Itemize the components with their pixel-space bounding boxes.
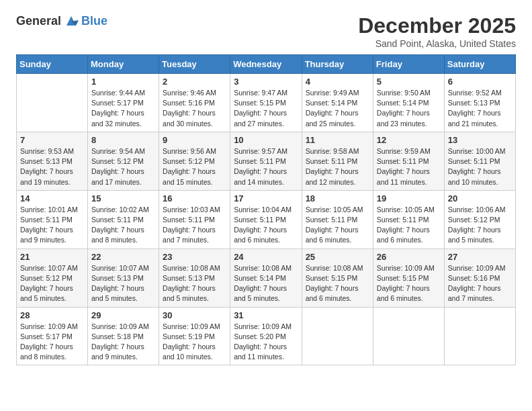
day-info: Sunrise: 10:09 AM Sunset: 5:20 PM Daylig… <box>234 322 298 363</box>
day-info: Sunrise: 9:58 AM Sunset: 5:11 PM Dayligh… <box>306 146 369 187</box>
subtitle: Sand Point, Alaska, United States <box>358 38 516 49</box>
weekday-header: Saturday <box>444 55 515 74</box>
day-number: 27 <box>448 252 512 262</box>
calendar-cell <box>373 307 444 365</box>
day-info: Sunrise: 10:01 AM Sunset: 5:11 PM Daylig… <box>20 205 84 246</box>
day-number: 4 <box>306 77 369 87</box>
day-number: 18 <box>306 193 369 203</box>
day-number: 3 <box>234 77 298 87</box>
calendar-week-row: 1Sunrise: 9:44 AM Sunset: 5:17 PM Daylig… <box>17 74 516 132</box>
day-number: 6 <box>448 77 512 87</box>
calendar-week-row: 28Sunrise: 10:09 AM Sunset: 5:17 PM Dayl… <box>17 307 516 365</box>
day-info: Sunrise: 9:56 AM Sunset: 5:12 PM Dayligh… <box>163 146 226 187</box>
calendar-cell <box>302 307 373 365</box>
day-info: Sunrise: 10:04 AM Sunset: 5:11 PM Daylig… <box>234 205 298 246</box>
calendar-cell: 29Sunrise: 10:09 AM Sunset: 5:18 PM Dayl… <box>88 307 159 365</box>
calendar-cell: 13Sunrise: 10:00 AM Sunset: 5:11 PM Dayl… <box>444 132 515 190</box>
calendar-cell: 19Sunrise: 10:05 AM Sunset: 5:11 PM Dayl… <box>373 190 444 248</box>
calendar-cell: 16Sunrise: 10:03 AM Sunset: 5:11 PM Dayl… <box>159 190 230 248</box>
calendar-cell: 26Sunrise: 10:09 AM Sunset: 5:15 PM Dayl… <box>373 248 444 307</box>
day-number: 8 <box>91 135 155 145</box>
day-info: Sunrise: 9:50 AM Sunset: 5:14 PM Dayligh… <box>377 88 441 129</box>
day-info: Sunrise: 9:47 AM Sunset: 5:15 PM Dayligh… <box>234 88 298 129</box>
day-info: Sunrise: 9:53 AM Sunset: 5:13 PM Dayligh… <box>20 146 84 187</box>
day-number: 7 <box>20 135 84 145</box>
day-info: Sunrise: 10:09 AM Sunset: 5:16 PM Daylig… <box>448 263 512 304</box>
day-number: 20 <box>448 193 512 203</box>
day-number: 23 <box>163 252 226 262</box>
calendar-cell: 7Sunrise: 9:53 AM Sunset: 5:13 PM Daylig… <box>17 132 88 190</box>
day-number: 13 <box>448 135 512 145</box>
calendar-cell: 18Sunrise: 10:05 AM Sunset: 5:11 PM Dayl… <box>302 190 373 248</box>
day-number: 26 <box>377 252 441 262</box>
calendar-cell: 8Sunrise: 9:54 AM Sunset: 5:12 PM Daylig… <box>88 132 159 190</box>
weekday-header-row: SundayMondayTuesdayWednesdayThursdayFrid… <box>17 55 516 74</box>
calendar-cell: 24Sunrise: 10:08 AM Sunset: 5:14 PM Dayl… <box>230 248 302 307</box>
calendar: SundayMondayTuesdayWednesdayThursdayFrid… <box>16 54 516 365</box>
calendar-cell: 6Sunrise: 9:52 AM Sunset: 5:13 PM Daylig… <box>444 74 515 132</box>
day-number: 31 <box>234 310 298 320</box>
weekday-header: Thursday <box>302 55 373 74</box>
day-number: 30 <box>163 310 226 320</box>
day-info: Sunrise: 10:09 AM Sunset: 5:15 PM Daylig… <box>377 263 441 304</box>
calendar-cell: 3Sunrise: 9:47 AM Sunset: 5:15 PM Daylig… <box>230 74 302 132</box>
calendar-week-row: 21Sunrise: 10:07 AM Sunset: 5:12 PM Dayl… <box>17 248 516 307</box>
calendar-cell: 2Sunrise: 9:46 AM Sunset: 5:16 PM Daylig… <box>159 74 230 132</box>
day-info: Sunrise: 9:52 AM Sunset: 5:13 PM Dayligh… <box>448 88 512 129</box>
day-number: 21 <box>20 252 84 262</box>
day-info: Sunrise: 10:09 AM Sunset: 5:18 PM Daylig… <box>91 322 155 363</box>
logo-general: General <box>16 14 61 28</box>
calendar-cell: 10Sunrise: 9:57 AM Sunset: 5:11 PM Dayli… <box>230 132 302 190</box>
calendar-cell: 12Sunrise: 9:59 AM Sunset: 5:11 PM Dayli… <box>373 132 444 190</box>
calendar-cell: 31Sunrise: 10:09 AM Sunset: 5:20 PM Dayl… <box>230 307 302 365</box>
calendar-week-row: 14Sunrise: 10:01 AM Sunset: 5:11 PM Dayl… <box>17 190 516 248</box>
day-number: 14 <box>20 193 84 203</box>
day-number: 12 <box>377 135 441 145</box>
calendar-cell: 17Sunrise: 10:04 AM Sunset: 5:11 PM Dayl… <box>230 190 302 248</box>
calendar-cell: 11Sunrise: 9:58 AM Sunset: 5:11 PM Dayli… <box>302 132 373 190</box>
day-number: 15 <box>91 193 155 203</box>
weekday-header: Monday <box>88 55 159 74</box>
page-header: General Blue December 2025 Sand Point, A… <box>16 13 516 49</box>
logo-icon <box>64 13 79 28</box>
logo: General Blue <box>16 13 107 28</box>
calendar-cell: 5Sunrise: 9:50 AM Sunset: 5:14 PM Daylig… <box>373 74 444 132</box>
calendar-cell: 22Sunrise: 10:07 AM Sunset: 5:13 PM Dayl… <box>88 248 159 307</box>
calendar-cell: 28Sunrise: 10:09 AM Sunset: 5:17 PM Dayl… <box>17 307 88 365</box>
calendar-cell: 30Sunrise: 10:09 AM Sunset: 5:19 PM Dayl… <box>159 307 230 365</box>
calendar-cell <box>444 307 515 365</box>
calendar-cell: 20Sunrise: 10:06 AM Sunset: 5:12 PM Dayl… <box>444 190 515 248</box>
day-number: 29 <box>91 310 155 320</box>
weekday-header: Friday <box>373 55 444 74</box>
day-info: Sunrise: 9:54 AM Sunset: 5:12 PM Dayligh… <box>91 146 155 187</box>
day-info: Sunrise: 9:46 AM Sunset: 5:16 PM Dayligh… <box>163 88 226 129</box>
day-number: 16 <box>163 193 226 203</box>
day-number: 2 <box>163 77 226 87</box>
day-info: Sunrise: 9:44 AM Sunset: 5:17 PM Dayligh… <box>91 88 155 129</box>
calendar-cell <box>17 74 88 132</box>
main-title: December 2025 <box>358 13 516 38</box>
day-info: Sunrise: 10:08 AM Sunset: 5:14 PM Daylig… <box>234 263 298 304</box>
calendar-cell: 27Sunrise: 10:09 AM Sunset: 5:16 PM Dayl… <box>444 248 515 307</box>
calendar-cell: 14Sunrise: 10:01 AM Sunset: 5:11 PM Dayl… <box>17 190 88 248</box>
day-info: Sunrise: 10:07 AM Sunset: 5:13 PM Daylig… <box>91 263 155 304</box>
day-number: 1 <box>91 77 155 87</box>
day-info: Sunrise: 10:08 AM Sunset: 5:13 PM Daylig… <box>163 263 226 304</box>
calendar-cell: 21Sunrise: 10:07 AM Sunset: 5:12 PM Dayl… <box>17 248 88 307</box>
calendar-cell: 23Sunrise: 10:08 AM Sunset: 5:13 PM Dayl… <box>159 248 230 307</box>
calendar-week-row: 7Sunrise: 9:53 AM Sunset: 5:13 PM Daylig… <box>17 132 516 190</box>
calendar-cell: 1Sunrise: 9:44 AM Sunset: 5:17 PM Daylig… <box>88 74 159 132</box>
weekday-header: Sunday <box>17 55 88 74</box>
logo-blue: Blue <box>81 14 107 28</box>
weekday-header: Tuesday <box>159 55 230 74</box>
day-info: Sunrise: 10:06 AM Sunset: 5:12 PM Daylig… <box>448 205 512 246</box>
day-number: 19 <box>377 193 441 203</box>
weekday-header: Wednesday <box>230 55 302 74</box>
day-info: Sunrise: 10:09 AM Sunset: 5:19 PM Daylig… <box>163 322 226 363</box>
day-info: Sunrise: 10:03 AM Sunset: 5:11 PM Daylig… <box>163 205 226 246</box>
day-number: 22 <box>91 252 155 262</box>
day-number: 24 <box>234 252 298 262</box>
calendar-cell: 15Sunrise: 10:02 AM Sunset: 5:11 PM Dayl… <box>88 190 159 248</box>
day-info: Sunrise: 10:05 AM Sunset: 5:11 PM Daylig… <box>377 205 441 246</box>
day-number: 11 <box>306 135 369 145</box>
